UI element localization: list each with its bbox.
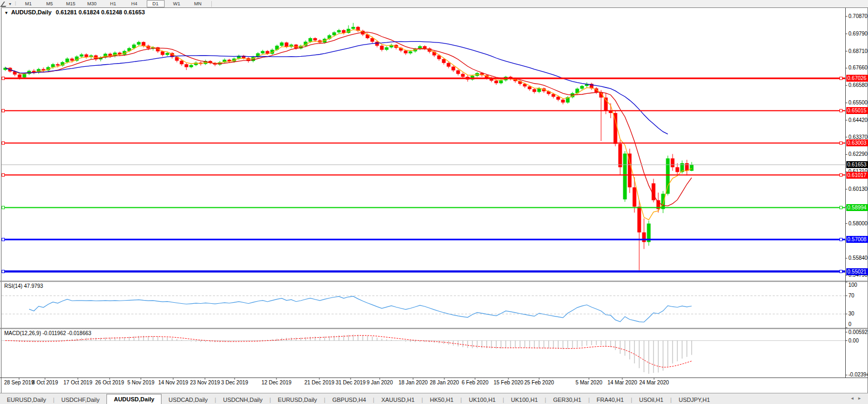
line-price-label: 0.57008	[846, 236, 868, 243]
chart-canvas[interactable]	[0, 0, 868, 404]
tab-scroll-left-icon[interactable]: ◄	[850, 396, 857, 401]
candle-body	[180, 60, 184, 64]
date-axis-label: 8 Oct 2019	[32, 380, 58, 385]
date-axis-label: 14 Nov 2019	[158, 380, 189, 385]
candle-body	[352, 27, 355, 29]
ma-line-fast	[5, 30, 692, 220]
candle-body	[314, 38, 317, 40]
candle-body	[452, 67, 455, 71]
candle-body	[166, 53, 169, 55]
candle-body	[70, 59, 74, 61]
date-axis-label: 15 Feb 2020	[494, 380, 523, 385]
chart-dropdown-icon[interactable]: ▼	[4, 11, 8, 15]
line-handle-marker[interactable]	[840, 270, 843, 273]
price-axis-label: 0.69790	[848, 31, 868, 37]
line-handle-marker[interactable]	[2, 206, 5, 209]
date-axis-label: 14 Mar 2020	[607, 380, 637, 385]
price-axis-label: 0.70870	[848, 13, 868, 20]
candle-body	[51, 64, 55, 67]
candle-body	[495, 81, 498, 83]
candle-body	[442, 59, 446, 63]
rsi-axis-label: 100	[848, 282, 868, 288]
date-axis-label: 5 Mar 2020	[576, 380, 603, 385]
line-price-label: 0.65015	[846, 107, 868, 114]
line-handle-marker[interactable]	[2, 238, 5, 241]
candle-body	[18, 75, 22, 77]
date-axis-label: 9 Jan 2020	[366, 380, 393, 385]
price-axis-label: 0.55840	[848, 255, 868, 261]
line-handle-marker[interactable]	[840, 174, 843, 177]
candle-body	[142, 42, 146, 46]
candle-body	[66, 59, 69, 63]
line-handle-marker[interactable]	[2, 109, 5, 112]
line-handle-marker[interactable]	[2, 174, 5, 177]
candle-body	[642, 232, 646, 242]
price-axis-label: 0.65500	[848, 100, 868, 106]
tab-scroll-right-icon[interactable]: ►	[857, 396, 865, 401]
candle-body	[261, 51, 265, 53]
current-price-label: 0.61653	[846, 161, 868, 168]
candle-body	[285, 42, 289, 47]
candlesticks[interactable]	[4, 23, 694, 270]
ma-line-medium	[5, 32, 692, 206]
date-axis-label: 28 Sep 2019	[4, 380, 34, 385]
candle-body	[337, 30, 341, 32]
date-axis-label: 3 Dec 2019	[221, 380, 248, 385]
date-axis-label: 23 Nov 2019	[190, 380, 220, 385]
candle-body	[499, 81, 503, 83]
candle-body	[533, 89, 536, 92]
candle-body	[557, 96, 560, 99]
date-axis-label: 26 Oct 2019	[95, 380, 124, 385]
candle-body	[528, 86, 532, 89]
candle-body	[685, 163, 689, 171]
line-price-label: 0.63003	[846, 139, 868, 146]
rsi-axis-label: 70	[848, 293, 868, 299]
candle-body	[676, 167, 679, 172]
macd-axis-label: 0.005923	[848, 329, 868, 336]
candle-body	[561, 100, 565, 102]
date-axis-label: 21 Dec 2019	[305, 380, 335, 385]
candle-body	[690, 165, 694, 171]
price-axis-label: 0.58000	[848, 221, 868, 227]
line-price-label: 0.67026	[846, 75, 868, 82]
chart-symbol: AUDUSD,Daily	[11, 9, 51, 15]
candle-body	[404, 50, 408, 53]
candle-body	[375, 42, 379, 46]
candle-body	[371, 38, 374, 42]
line-handle-marker[interactable]	[840, 109, 843, 112]
line-handle-marker[interactable]	[2, 142, 5, 144]
date-axis-label: 12 Dec 2019	[262, 380, 292, 385]
candle-body	[638, 207, 641, 233]
rsi-label: RSI(14) 47.9793	[4, 283, 43, 289]
candle-body	[619, 144, 622, 167]
line-handle-marker[interactable]	[840, 206, 843, 209]
candle-body	[447, 63, 451, 67]
tab-scroll-arrows: ◄►	[850, 396, 865, 401]
line-handle-marker[interactable]	[840, 142, 843, 144]
date-axis-label: 28 Jan 2020	[429, 380, 459, 385]
candle-body	[461, 74, 465, 76]
price-axis-label: 0.60130	[848, 186, 868, 192]
candle-body	[161, 51, 165, 55]
macd-axis-label: -0.023944	[848, 372, 868, 378]
price-axis-label: 0.62290	[848, 151, 868, 157]
price-axis-label: 0.64420	[848, 117, 868, 124]
date-axis-label: 24 Mar 2020	[639, 380, 669, 385]
line-handle-marker[interactable]	[840, 238, 843, 241]
line-handle-marker[interactable]	[840, 77, 843, 80]
mt4-terminal: ▾ ⁞ M1M5M15M30H1H4D1W1MN ▼AUDUSD,Daily0.…	[0, 0, 868, 404]
candle-body	[80, 55, 84, 57]
chart-ohlc-values: 0.61281 0.61824 0.61248 0.61653	[56, 9, 145, 15]
line-handle-marker[interactable]	[2, 77, 5, 80]
macd-label: MACD(12,26,9) -0.011962 -0.018663	[4, 330, 91, 336]
candle-body	[23, 74, 26, 77]
date-axis-label: 17 Oct 2019	[64, 380, 92, 385]
candle-body	[580, 86, 584, 89]
line-handle-marker[interactable]	[2, 270, 5, 273]
candle-body	[633, 187, 637, 206]
candle-body	[342, 30, 346, 33]
candle-body	[137, 42, 141, 45]
candle-body	[661, 194, 665, 209]
date-axis-label: 6 Feb 2020	[462, 380, 489, 385]
candle-body	[380, 46, 384, 50]
